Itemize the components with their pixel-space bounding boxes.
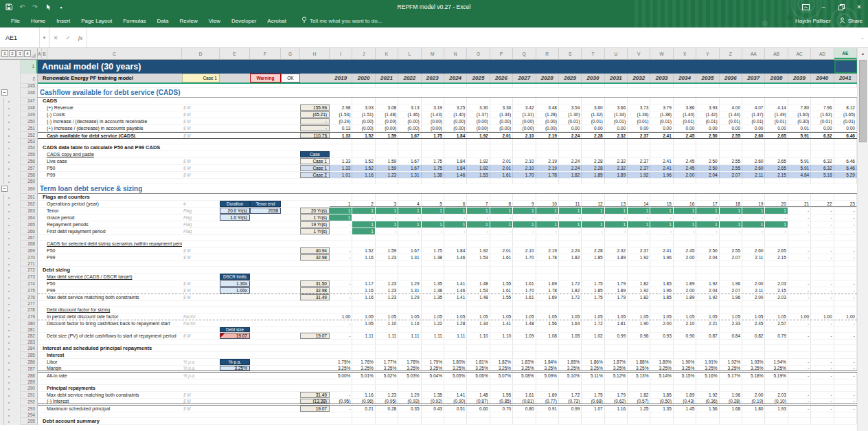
cell-AB-257[interactable]: 2.65 bbox=[765, 165, 788, 171]
cell-H-273[interactable] bbox=[300, 274, 330, 280]
cell-245-G[interactable] bbox=[281, 84, 300, 87]
cell-X-287[interactable]: 3.25% bbox=[674, 366, 696, 371]
cell-AE-259[interactable] bbox=[834, 179, 857, 184]
cell-label-274[interactable]: P50 bbox=[38, 280, 182, 287]
cell-AD-276[interactable]: - bbox=[811, 294, 834, 300]
cell-U-262[interactable]: 13 bbox=[605, 201, 628, 207]
cell-AA-272[interactable] bbox=[742, 267, 765, 273]
cell-year-2036[interactable]: 2036 bbox=[720, 74, 742, 82]
cell-I-292[interactable]: (0.95) bbox=[330, 399, 352, 404]
cell-O-255[interactable] bbox=[467, 151, 490, 157]
cell-J-281[interactable] bbox=[352, 327, 375, 332]
cell-277-E[interactable] bbox=[220, 301, 250, 306]
cell-J-290[interactable] bbox=[352, 385, 375, 391]
cell-K-282[interactable]: 1.11 bbox=[376, 333, 398, 339]
row-header-291[interactable]: 291 bbox=[21, 392, 38, 399]
cell-O-286[interactable]: 1.81% bbox=[467, 359, 490, 365]
cell-R-254[interactable] bbox=[536, 144, 559, 151]
cell-S-293[interactable]: 0.99 bbox=[559, 406, 582, 412]
cell-model-title[interactable]: Annual model (30 years) bbox=[38, 60, 857, 74]
cell-X-271[interactable] bbox=[674, 261, 696, 266]
cell-AA-294[interactable] bbox=[742, 412, 765, 417]
cell-AA-263[interactable]: 1 bbox=[742, 208, 765, 214]
column-header-C[interactable]: C bbox=[47, 48, 182, 59]
row-header-285[interactable]: 285 bbox=[21, 352, 38, 359]
row-header-267[interactable]: 267 bbox=[21, 235, 38, 241]
cell-I-281[interactable] bbox=[330, 327, 352, 332]
cell-J-250[interactable]: (0.00) bbox=[352, 118, 375, 124]
cell-H-279[interactable] bbox=[300, 313, 330, 320]
cell-M-274[interactable]: 1.35 bbox=[422, 280, 444, 287]
cell-H-291[interactable]: 31.49 bbox=[300, 392, 330, 398]
cell-S-249[interactable]: (1.30) bbox=[559, 111, 582, 118]
cell-Q-275[interactable]: 1.70 bbox=[513, 287, 536, 294]
cell-S-287[interactable]: 3.25% bbox=[559, 366, 582, 371]
cell-M-281[interactable] bbox=[422, 327, 444, 332]
cell-label-280[interactable]: Discount factor to bring cashflows back … bbox=[38, 320, 182, 327]
scroll-up-icon[interactable]: ▲ bbox=[858, 48, 868, 58]
column-header-S[interactable]: S bbox=[559, 48, 582, 59]
cell-272-E[interactable] bbox=[220, 267, 250, 273]
cell-AB-254[interactable] bbox=[765, 144, 788, 151]
cell-AB-275[interactable]: 2.15 bbox=[765, 287, 788, 294]
cell-Q-267[interactable] bbox=[513, 235, 536, 240]
cell-N-285[interactable] bbox=[444, 352, 467, 358]
cell-I-283[interactable] bbox=[330, 340, 352, 344]
cell-S-251[interactable]: 0.00 bbox=[559, 125, 582, 131]
cell-H-248[interactable]: 155.96 bbox=[300, 104, 330, 111]
cell-Y-286[interactable]: 1.91% bbox=[696, 359, 719, 365]
cell-P-251[interactable]: (0.00) bbox=[490, 125, 513, 131]
cell-X-251[interactable]: 0.00 bbox=[674, 125, 696, 131]
cell-J-269[interactable]: 1.52 bbox=[352, 247, 375, 254]
cell-266-G[interactable] bbox=[281, 228, 300, 234]
cell-V-264[interactable]: - bbox=[628, 214, 650, 221]
cell-year-2025[interactable]: 2025 bbox=[467, 74, 490, 82]
cell-Z-262[interactable]: 18 bbox=[720, 201, 742, 207]
cell-Y-252[interactable]: 2.50 bbox=[696, 133, 719, 138]
cell-M-283[interactable] bbox=[422, 340, 444, 344]
cell-AB-245[interactable] bbox=[765, 84, 788, 87]
cell-L-283[interactable] bbox=[398, 340, 421, 344]
cell-X-281[interactable] bbox=[674, 327, 696, 332]
cell-K-284[interactable] bbox=[376, 345, 398, 351]
ribbon-tab-home[interactable]: Home bbox=[25, 14, 51, 27]
ribbon-tab-acrobat[interactable]: Acrobat bbox=[262, 14, 292, 27]
cell-AA-251[interactable]: 0.00 bbox=[742, 125, 765, 131]
cell-X-286[interactable]: 1.90% bbox=[674, 359, 696, 365]
cell-I-291[interactable]: - bbox=[330, 392, 352, 398]
cell-T-267[interactable] bbox=[582, 235, 604, 240]
cell-V-283[interactable] bbox=[628, 340, 650, 344]
cell-267-E[interactable] bbox=[220, 235, 250, 240]
cell-N-259[interactable] bbox=[444, 179, 467, 184]
cell-AA-271[interactable] bbox=[742, 261, 765, 266]
cell-label-262[interactable]: Operations period (year) bbox=[38, 201, 182, 207]
cell-J-292[interactable]: (0.96) bbox=[352, 399, 375, 404]
cell-O-257[interactable]: 1.92 bbox=[467, 165, 490, 171]
cell-U-252[interactable]: 2.32 bbox=[605, 133, 628, 138]
cell-L-270[interactable]: 1.31 bbox=[398, 254, 421, 261]
cell-R-245[interactable] bbox=[536, 84, 559, 87]
cell-Q-261[interactable] bbox=[513, 194, 536, 200]
cell-AD-287[interactable]: - bbox=[811, 366, 834, 371]
cell-M-245[interactable] bbox=[422, 84, 444, 87]
cell-label-256[interactable]: Live case bbox=[38, 158, 182, 164]
cell-N-279[interactable]: 1.05 bbox=[444, 313, 467, 320]
cell-N-277[interactable] bbox=[444, 301, 467, 306]
cell-Y-291[interactable]: 1.92 bbox=[696, 392, 719, 398]
cell-Y-263[interactable]: 1 bbox=[696, 208, 719, 214]
cell-O-295[interactable] bbox=[467, 418, 490, 424]
cell-279-G[interactable] bbox=[281, 313, 300, 320]
cell-H-268[interactable] bbox=[300, 241, 330, 247]
cell-AA-284[interactable] bbox=[742, 345, 765, 351]
cell-AE-253[interactable] bbox=[834, 139, 857, 144]
cell-X-265[interactable]: 1 bbox=[674, 221, 696, 228]
cell-I-274[interactable]: - bbox=[330, 280, 352, 287]
cell-AE-281[interactable] bbox=[834, 327, 857, 332]
cell-261-G[interactable] bbox=[281, 194, 300, 200]
cell-H-269[interactable]: 40.94 bbox=[300, 247, 330, 254]
cell-AD-252[interactable]: 6.32 bbox=[811, 133, 834, 138]
cell-W-253[interactable] bbox=[650, 139, 673, 144]
cell-label-277[interactable] bbox=[38, 301, 182, 306]
row-header-268[interactable]: 268 bbox=[21, 241, 38, 247]
cell-Y-287[interactable]: 3.25% bbox=[696, 366, 719, 371]
